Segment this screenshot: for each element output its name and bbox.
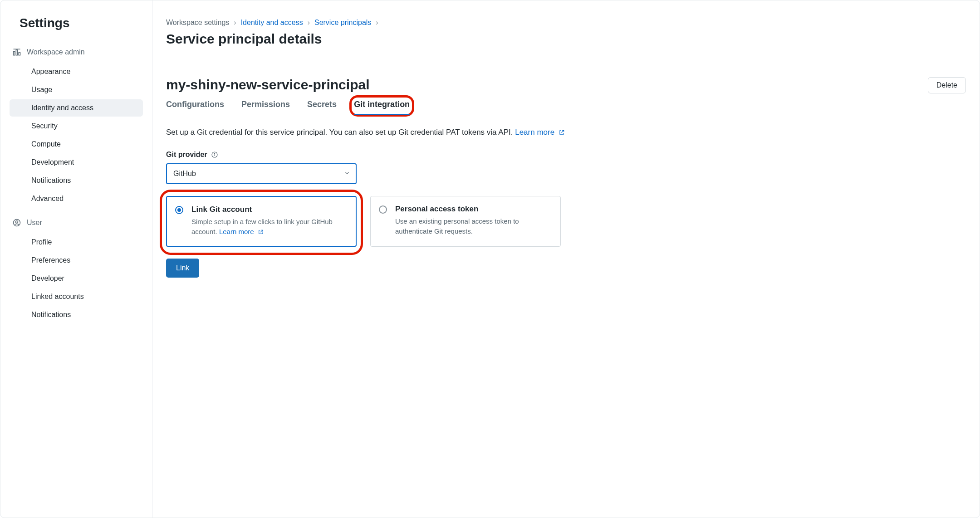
learn-more-link[interactable]: Learn more: [515, 128, 565, 137]
breadcrumb: Workspace settings › Identity and access…: [166, 19, 966, 27]
git-provider-select[interactable]: GitHub: [166, 163, 357, 184]
user-icon: [12, 218, 21, 227]
svg-rect-0: [14, 51, 15, 55]
workspace-admin-icon: [12, 48, 21, 57]
tab-configurations[interactable]: Configurations: [166, 100, 224, 115]
sidebar-item-compute[interactable]: Compute: [10, 136, 143, 153]
sidebar-section-label: User: [27, 219, 42, 227]
external-link-icon: [559, 129, 565, 138]
sidebar-item-user-notifications[interactable]: Notifications: [10, 306, 143, 323]
sidebar-nav-user: Profile Preferences Developer Linked acc…: [10, 234, 143, 323]
helper-text-body: Set up a Git credential for this service…: [166, 128, 515, 137]
git-provider-select-wrap: GitHub: [166, 163, 357, 184]
sidebar-item-linked-accounts[interactable]: Linked accounts: [10, 288, 143, 305]
radio-personal-access-token[interactable]: Personal access token Use an existing pe…: [370, 196, 561, 247]
sidebar-item-advanced[interactable]: Advanced: [10, 190, 143, 207]
chevron-right-icon: ›: [308, 19, 310, 27]
learn-more-link[interactable]: Learn more: [219, 228, 264, 235]
helper-text: Set up a Git credential for this service…: [166, 128, 966, 138]
breadcrumb-link-service-principals[interactable]: Service principals: [314, 19, 371, 27]
delete-button[interactable]: Delete: [928, 77, 966, 93]
sidebar-item-notifications[interactable]: Notifications: [10, 172, 143, 189]
sidebar-item-developer[interactable]: Developer: [10, 270, 143, 287]
sidebar-item-security[interactable]: Security: [10, 117, 143, 135]
sidebar-item-appearance[interactable]: Appearance: [10, 63, 143, 80]
svg-point-7: [214, 153, 215, 154]
breadcrumb-link-identity[interactable]: Identity and access: [241, 19, 303, 27]
svg-rect-1: [16, 50, 17, 55]
learn-more-label: Learn more: [219, 228, 254, 235]
field-label-text: Git provider: [166, 151, 207, 159]
settings-sidebar: Settings Workspace admin Appearance Usag…: [0, 0, 152, 518]
sidebar-section-label: Workspace admin: [27, 48, 85, 56]
auth-method-radio-group: Link Git account Simple setup in a few c…: [166, 196, 966, 247]
radio-desc: Use an existing personal access token to…: [395, 216, 552, 236]
svg-point-4: [16, 221, 18, 223]
link-button[interactable]: Link: [166, 259, 199, 278]
external-link-icon: [258, 228, 264, 238]
sidebar-title: Settings: [20, 16, 143, 30]
main-content: Workspace settings › Identity and access…: [152, 0, 980, 518]
sidebar-section-user: User: [10, 215, 143, 230]
git-provider-label: Git provider: [166, 151, 966, 159]
sidebar-section-workspace-admin: Workspace admin: [10, 45, 143, 59]
sidebar-item-identity-and-access[interactable]: Identity and access: [10, 99, 143, 117]
tab-git-integration[interactable]: Git integration: [354, 100, 410, 115]
sidebar-item-profile[interactable]: Profile: [10, 234, 143, 251]
tab-permissions[interactable]: Permissions: [241, 100, 290, 115]
radio-indicator-icon: [175, 206, 183, 214]
sidebar-item-usage[interactable]: Usage: [10, 81, 143, 98]
entity-name: my-shiny-new-service-principal: [166, 77, 369, 93]
tab-secrets[interactable]: Secrets: [307, 100, 337, 115]
info-icon[interactable]: [211, 151, 218, 158]
breadcrumb-item: Workspace settings: [166, 19, 229, 27]
tab-label: Git integration: [354, 100, 410, 109]
svg-rect-2: [19, 53, 20, 55]
sidebar-item-development[interactable]: Development: [10, 154, 143, 171]
chevron-right-icon: ›: [376, 19, 378, 27]
sidebar-nav-workspace: Appearance Usage Identity and access Sec…: [10, 63, 143, 207]
sidebar-item-preferences[interactable]: Preferences: [10, 252, 143, 269]
radio-title: Link Git account: [191, 205, 348, 214]
tabs: Configurations Permissions Secrets Git i…: [166, 100, 966, 115]
radio-indicator-icon: [379, 205, 387, 214]
chevron-right-icon: ›: [234, 19, 236, 27]
radio-link-git-account[interactable]: Link Git account Simple setup in a few c…: [166, 196, 357, 247]
divider: [166, 56, 966, 56]
page-title: Service principal details: [166, 31, 966, 47]
radio-desc: Simple setup in a few clicks to link you…: [191, 217, 348, 238]
learn-more-label: Learn more: [515, 128, 554, 137]
radio-title: Personal access token: [395, 205, 552, 214]
